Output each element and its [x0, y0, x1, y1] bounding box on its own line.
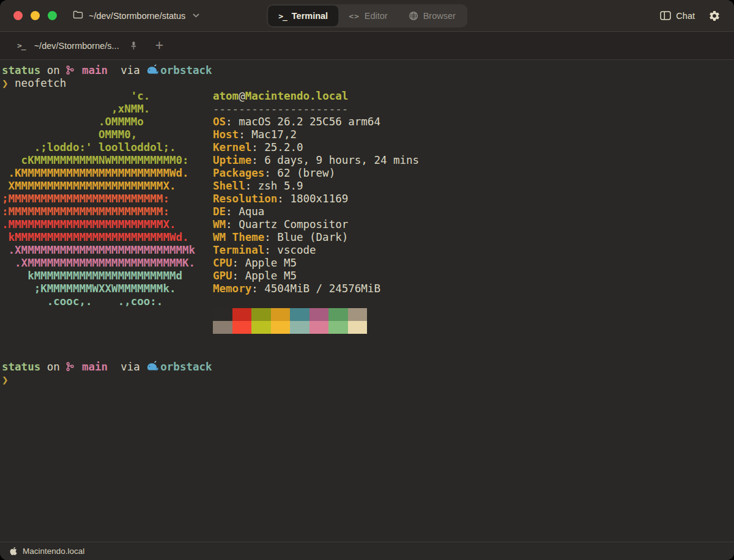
new-tab-button[interactable]: + — [155, 39, 163, 53]
terminal-window: ~/dev/Stormborne/status >_ Terminal <> E… — [0, 0, 734, 560]
window-controls — [0, 11, 57, 20]
folder-icon — [73, 10, 83, 21]
globe-icon — [409, 11, 418, 21]
neofetch-output: 'c. ,xNMM. .OMMMMo OMMM0, .;loddo:' lool… — [2, 90, 734, 334]
settings-button[interactable] — [708, 10, 721, 22]
apple-icon — [10, 547, 17, 556]
tab-editor[interactable]: <> Editor — [338, 6, 398, 26]
working-directory-selector[interactable]: ~/dev/Stormborne/status — [73, 10, 199, 21]
prompt-line-1: status on main via orbstack — [2, 64, 734, 77]
terminal-prompt-icon: >_ — [278, 12, 287, 21]
gear-icon — [708, 10, 721, 22]
neofetch-info: atom@Macintendo.local ------------------… — [213, 90, 419, 334]
view-switcher: >_ Terminal <> Editor Browser — [267, 4, 467, 28]
titlebar: ~/dev/Stormborne/status >_ Terminal <> E… — [0, 0, 734, 32]
chat-button-label: Chat — [676, 11, 695, 21]
tab-terminal-label: Terminal — [292, 11, 328, 21]
terminal-tab-title[interactable]: ~/dev/Stormborne/s... — [34, 41, 119, 51]
command-line: ❯ neofetch — [2, 77, 734, 90]
close-button[interactable] — [13, 11, 23, 20]
terminal-tabstrip: >_ ~/dev/Stormborne/s... + — [0, 32, 734, 60]
prompt-line-2: status on main via orbstack — [2, 361, 734, 374]
chevron-down-icon — [193, 13, 199, 18]
titlebar-actions: Chat — [660, 10, 734, 22]
maximize-button[interactable] — [48, 11, 57, 20]
statusbar-hostname: Macintendo.local — [23, 547, 84, 556]
neofetch-ascii: 'c. ,xNMM. .OMMMMo OMMM0, .;loddo:' lool… — [2, 90, 213, 334]
side-panel-icon — [660, 11, 671, 20]
tab-terminal[interactable]: >_ Terminal — [268, 6, 338, 26]
chat-button[interactable]: Chat — [660, 11, 695, 21]
tab-browser[interactable]: Browser — [398, 6, 466, 26]
cursor-line: ❯ — [2, 374, 734, 386]
terminal-content[interactable]: status on main via orbstack ❯ neofetch '… — [0, 60, 734, 542]
tab-browser-label: Browser — [423, 11, 456, 21]
code-brackets-icon: <> — [349, 12, 360, 21]
statusbar: Macintendo.local — [0, 542, 734, 560]
working-directory-path: ~/dev/Stormborne/status — [89, 11, 185, 21]
pin-icon[interactable] — [130, 41, 137, 51]
minimize-button[interactable] — [31, 11, 40, 20]
terminal-prompt-icon: >_ — [17, 41, 26, 50]
tab-editor-label: Editor — [365, 11, 388, 21]
